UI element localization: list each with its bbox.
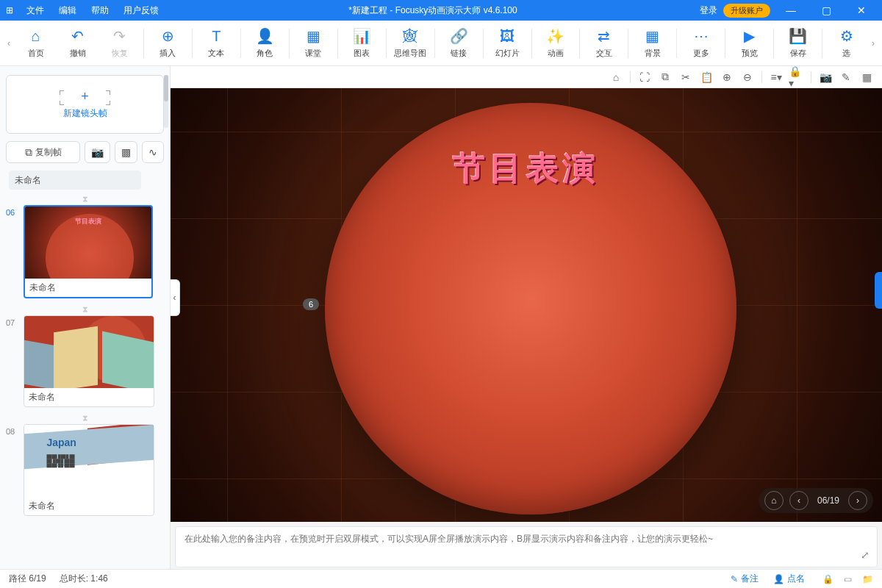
transition-icon[interactable]: ⧗	[6, 412, 164, 424]
恢复-icon: ↷	[113, 27, 126, 45]
保存-icon: 💾	[789, 27, 807, 45]
tool-课堂[interactable]: ▦课堂	[293, 22, 334, 65]
tool-图表[interactable]: 📊图表	[341, 22, 383, 65]
notes-textarea[interactable]	[184, 533, 868, 562]
tool-思维导图[interactable]: 🕸思维导图	[390, 22, 431, 65]
tool-幻灯片[interactable]: 🖼幻灯片	[487, 22, 528, 65]
status-notes-button[interactable]: ✎ 备注	[731, 573, 759, 585]
选-icon: ⚙	[840, 27, 853, 45]
tool-选[interactable]: ⚙选	[825, 22, 867, 65]
toolbar-scroll-left[interactable]: ‹	[3, 22, 15, 65]
edit-icon[interactable]: ✎	[838, 69, 854, 85]
sidebar-collapse-handle[interactable]: ‹	[171, 279, 180, 316]
链接-icon: 🔗	[450, 27, 468, 45]
copy-frame-button[interactable]: ⧉复制帧	[6, 141, 80, 163]
tool-链接[interactable]: 🔗链接	[438, 22, 480, 65]
撤销-icon: ↶	[71, 27, 84, 45]
status-folder-icon[interactable]: 📁	[862, 574, 873, 584]
首页-icon: ⌂	[31, 28, 40, 45]
maximize-button[interactable]: ▢	[811, 4, 841, 16]
upgrade-button[interactable]: 升级账户	[723, 4, 770, 18]
幻灯片-icon: 🖼	[500, 28, 514, 45]
snapshot-icon[interactable]: 📷	[817, 69, 833, 85]
图表-icon: 📊	[353, 27, 371, 45]
tool-交互[interactable]: ⇄交互	[583, 22, 625, 65]
copy-icon: ⧉	[25, 146, 32, 159]
动画-icon: ✨	[546, 27, 564, 45]
path-button[interactable]: ∿	[142, 141, 164, 163]
status-view-icon[interactable]: ▭	[844, 574, 852, 584]
cut-icon[interactable]: ✂	[678, 69, 694, 85]
frame-number-badge: 6	[303, 298, 319, 310]
grid-icon[interactable]: ▦	[858, 69, 875, 85]
tool-背景[interactable]: ▦背景	[631, 22, 673, 65]
titlebar: ⊞ 文件 编辑 帮助 用户反馈 *新建工程 - Focusky动画演示大师 v4…	[0, 0, 882, 21]
tool-动画[interactable]: ✨动画	[534, 22, 576, 65]
tool-撤销[interactable]: ↶撤销	[57, 22, 98, 65]
close-button[interactable]: ✕	[847, 4, 876, 16]
lock-icon[interactable]: 🔒▾	[789, 69, 805, 85]
home-icon[interactable]: ⌂	[608, 69, 624, 85]
qr-button[interactable]: ▩	[115, 141, 137, 163]
status-lock-icon[interactable]: 🔒	[822, 574, 833, 584]
notes-expand-icon[interactable]: ⤢	[861, 549, 870, 561]
tool-插入[interactable]: ⊕插入	[147, 22, 189, 65]
tool-文本[interactable]: T文本	[196, 22, 237, 65]
transition-icon[interactable]: ⧗	[6, 303, 164, 315]
nav-prev-button[interactable]: ‹	[789, 491, 808, 510]
canvas-area[interactable]: 节目表演 6 ‹ ⌂ ‹ 06/19 ›	[171, 88, 882, 522]
zoom-in-icon[interactable]: ⊕	[719, 69, 735, 85]
new-frame-label: 新建镜头帧	[63, 107, 107, 120]
tool-更多[interactable]: ⋯更多	[680, 22, 722, 65]
align-icon[interactable]: ≡▾	[768, 69, 784, 85]
tool-首页[interactable]: ⌂首页	[15, 22, 57, 65]
tool-预览[interactable]: ▶预览	[728, 22, 770, 65]
main-toolbar: ‹ ⌂首页↶撤销↷恢复⊕插入T文本👤角色▦课堂📊图表🕸思维导图🔗链接🖼幻灯片✨动…	[0, 21, 882, 66]
thumb-item-08[interactable]: 08 Japan████ ████ ████ ████ ████████ ██ …	[6, 424, 164, 516]
nav-home-button[interactable]: ⌂	[764, 491, 784, 510]
tool-恢复[interactable]: ↷恢复	[98, 22, 140, 65]
课堂-icon: ▦	[306, 27, 320, 45]
背景-icon: ▦	[645, 27, 659, 45]
canvas-toolbar: ⌂ ⛶ ⧉ ✂ 📋 ⊕ ⊖ ≡▾ 🔒▾ 📷 ✎ ▦	[171, 66, 882, 88]
canvas-navigator: ⌂ ‹ 06/19 ›	[759, 488, 873, 513]
thumb-item-06[interactable]: 06 节目表演 未命名	[6, 205, 164, 298]
frames-sidebar: + 新建镜头帧 ⧉复制帧 📷 ▩ ∿ ⧗ 06 节目表演 未命名 ⧗ 07	[0, 66, 171, 569]
文本-icon: T	[212, 28, 220, 45]
menu-file[interactable]: 文件	[19, 4, 51, 17]
new-frame-button[interactable]: + 新建镜头帧	[6, 75, 164, 134]
qr-icon: ▩	[121, 146, 131, 158]
camera-button[interactable]: 📷	[85, 141, 110, 163]
paste-icon[interactable]: 📋	[698, 69, 714, 85]
plus-icon: +	[81, 89, 89, 104]
frame-name-input[interactable]	[9, 171, 141, 190]
slide-title-text[interactable]: 节目表演	[171, 147, 882, 190]
camera-icon: 📷	[91, 146, 104, 158]
fit-icon[interactable]: ⛶	[637, 69, 653, 85]
thumbnail-list: ⧗ 06 节目表演 未命名 ⧗ 07 未命名 ⧗ 08	[6, 193, 164, 569]
zoom-out-icon[interactable]: ⊖	[739, 69, 756, 85]
nav-page-indicator: 06/19	[814, 495, 842, 506]
login-link[interactable]: 登录	[700, 4, 717, 17]
copy-icon[interactable]: ⧉	[657, 69, 673, 85]
thumb-item-07[interactable]: 07 未命名	[6, 315, 164, 407]
sidebar-scrollbar[interactable]	[164, 75, 168, 128]
window-title: *新建工程 - Focusky动画演示大师 v4.6.100	[166, 4, 700, 17]
right-panel-expand[interactable]	[875, 272, 882, 309]
思维导图-icon: 🕸	[403, 28, 417, 45]
角色-icon: 👤	[256, 27, 274, 45]
transition-icon[interactable]: ⧗	[6, 193, 164, 205]
menu-feedback[interactable]: 用户反馈	[116, 4, 166, 17]
menu-edit[interactable]: 编辑	[51, 4, 84, 17]
toolbar-scroll-right[interactable]: ›	[867, 22, 879, 65]
更多-icon: ⋯	[694, 27, 709, 45]
minimize-button[interactable]: —	[776, 4, 806, 16]
tool-保存[interactable]: 💾保存	[777, 22, 819, 65]
status-rollcall-button[interactable]: 👤 点名	[773, 573, 805, 585]
tool-角色[interactable]: 👤角色	[244, 22, 286, 65]
notes-panel: ⤢	[175, 526, 878, 567]
status-path: 路径 6/19	[9, 573, 46, 585]
交互-icon: ⇄	[598, 27, 610, 45]
nav-next-button[interactable]: ›	[848, 491, 867, 510]
menu-help[interactable]: 帮助	[84, 4, 116, 17]
